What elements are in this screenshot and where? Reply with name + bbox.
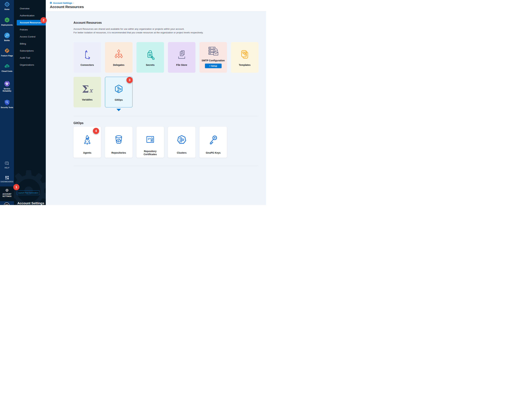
sigma-x-glyph: x xyxy=(89,87,93,93)
launch-first-generation-button[interactable]: Launch First Generation xyxy=(17,190,39,195)
builds-icon xyxy=(4,32,10,38)
menu-item-authentication[interactable]: Authentication xyxy=(14,12,46,19)
connectors-card[interactable]: Connectors xyxy=(74,42,101,73)
gear-watermark-icon: ⚙ xyxy=(14,164,46,205)
menu-item-label: Audit Trail xyxy=(14,54,46,61)
sidebar-item-help[interactable]: ? HELP xyxy=(0,162,14,169)
card-label: Repository Certificates xyxy=(139,150,162,156)
file-store-card[interactable]: File Store xyxy=(168,42,195,73)
menu-item-label: Billing xyxy=(14,40,46,47)
gitops-expand-arrow-icon xyxy=(116,109,121,111)
annotation-badge-1: 1 xyxy=(13,184,19,190)
sidebar-item-label: Feature Flags xyxy=(1,55,13,57)
repository-certificates-icon xyxy=(145,130,156,149)
sidebar-item-label: Cloud Costs xyxy=(1,70,12,72)
description-line-1: Account Resources are shared and availab… xyxy=(74,28,184,30)
sidebar-item-security-tests[interactable]: Security Tests xyxy=(0,99,14,109)
repositories-card[interactable]: Repositories xyxy=(105,127,133,158)
menu-item-subscriptions[interactable]: Subscriptions xyxy=(14,47,46,54)
card-label: SMTP Configuration xyxy=(202,59,225,62)
menu-item-policies[interactable]: Policies xyxy=(14,26,46,33)
resource-cards-row-1: Connectors Delegates Secrets xyxy=(74,42,259,73)
chevron-right-icon: › xyxy=(73,1,74,4)
smtp-configuration-card[interactable]: SMTP Configuration + Setup xyxy=(200,42,227,73)
service-reliability-icon xyxy=(4,81,10,87)
menu-item-access-control[interactable]: Access Control xyxy=(14,33,46,40)
app-window: Home ∞ Deployments Builds Feature Flags … xyxy=(0,0,266,205)
feature-flags-icon xyxy=(4,48,10,54)
sidebar-item-label: HELP xyxy=(5,167,10,169)
sidebar-item-feature-flags[interactable]: Feature Flags xyxy=(0,48,14,57)
card-label: Secrets xyxy=(146,64,155,66)
menu-item-label: Policies xyxy=(14,26,46,33)
svg-text:∞: ∞ xyxy=(6,18,8,21)
delegates-card[interactable]: Delegates xyxy=(105,42,133,73)
settings-sidebar: ⚙ Overview Authentication Account Resour… xyxy=(14,0,46,205)
repository-certificates-card[interactable]: Repository Certificates xyxy=(136,127,164,158)
description-line-2: For better isolation of resources, it is… xyxy=(74,31,203,34)
annotation-badge-3: 3 xyxy=(126,77,133,83)
repositories-icon xyxy=(113,130,124,149)
templates-icon xyxy=(239,46,250,64)
sidebar-item-home[interactable]: Home xyxy=(0,1,14,10)
templates-card[interactable]: Templates xyxy=(231,42,258,73)
content-area: Account Resources Account Resources are … xyxy=(46,11,266,205)
annotation-badge-4: 4 xyxy=(93,128,99,134)
gitops-cards-row: Agents Repositories Repository Certifica… xyxy=(74,127,259,158)
sigma-glyph: Σ xyxy=(82,84,89,94)
breadcrumb[interactable]: ⚙ Account Settings › xyxy=(50,0,266,4)
menu-item-organizations[interactable]: Organizations xyxy=(14,61,46,68)
menu-item-label: Authentication xyxy=(14,12,46,19)
secrets-card[interactable]: Secrets xyxy=(136,42,164,73)
menu-item-overview[interactable]: Overview xyxy=(14,5,46,12)
section-title: Account Resources xyxy=(74,21,259,25)
clusters-card[interactable]: Clusters xyxy=(168,127,195,158)
agents-icon xyxy=(82,130,93,149)
page-header: ⚙ Account Settings › Account Resources xyxy=(46,0,266,11)
menu-item-audit-trail[interactable]: Audit Trail xyxy=(14,54,46,61)
sidebar-item-label: DASHBOARDS xyxy=(0,181,13,183)
sidebar-item-dashboards[interactable]: DASHBOARDS xyxy=(0,175,14,183)
sidebar-item-label: ACCOUNT SETTINGS xyxy=(2,193,12,197)
breadcrumb-link[interactable]: Account Settings xyxy=(53,2,72,4)
menu-item-billing[interactable]: Billing xyxy=(14,40,46,47)
card-label: Delegates xyxy=(113,64,124,66)
secrets-icon xyxy=(145,46,156,64)
avatar[interactable]: MC xyxy=(4,202,10,205)
gitops-icon xyxy=(114,81,124,98)
gnupg-keys-icon xyxy=(208,130,219,149)
sidebar-item-account-settings[interactable]: ⚙ ACCOUNT SETTINGS xyxy=(0,186,14,201)
menu-item-label: Overview xyxy=(14,5,46,12)
main-area: ⚙ Account Settings › Account Resources A… xyxy=(46,0,266,205)
svg-text:$: $ xyxy=(6,65,8,68)
settings-menu: Overview Authentication Account Resource… xyxy=(14,0,46,68)
connectors-icon xyxy=(82,46,93,64)
menu-item-label: Organizations xyxy=(14,61,46,68)
sidebar-item-cloud-costs[interactable]: $ Cloud Costs xyxy=(0,63,14,72)
card-label: GitOps xyxy=(115,98,123,101)
smtp-setup-button[interactable]: + Setup xyxy=(205,64,222,68)
sidebar-item-label: Security Tests xyxy=(1,106,13,109)
divider xyxy=(74,166,259,166)
svg-text:?: ? xyxy=(6,162,7,164)
variables-card[interactable]: Σx Variables xyxy=(74,77,101,107)
sidebar-item-deployments[interactable]: ∞ Deployments xyxy=(0,17,14,26)
dashboards-icon xyxy=(5,175,9,180)
variables-sigma-icon: Σx xyxy=(82,80,93,98)
smtp-configuration-icon xyxy=(207,45,220,59)
page-title: Account Resources xyxy=(50,5,266,9)
card-label: Variables xyxy=(82,98,93,101)
sidebar-item-label: Service Reliability xyxy=(1,88,13,92)
sidebar-bottom-heading: Account Settings xyxy=(17,201,44,205)
card-label: Clusters xyxy=(177,151,187,154)
sidebar-item-service-reliability[interactable]: Service Reliability xyxy=(0,81,14,92)
sidebar-item-builds[interactable]: Builds xyxy=(0,32,14,42)
gnupg-keys-card[interactable]: GnuPG Keys xyxy=(200,127,227,158)
help-icon: ? xyxy=(5,162,10,166)
deployments-icon: ∞ xyxy=(4,17,10,23)
card-label: Agents xyxy=(83,151,91,154)
security-tests-icon xyxy=(4,99,10,106)
module-sidebar: Home ∞ Deployments Builds Feature Flags … xyxy=(0,0,14,205)
resource-cards-row-2: Σx Variables GitOps xyxy=(74,77,259,107)
sidebar-item-label: Builds xyxy=(4,39,10,42)
